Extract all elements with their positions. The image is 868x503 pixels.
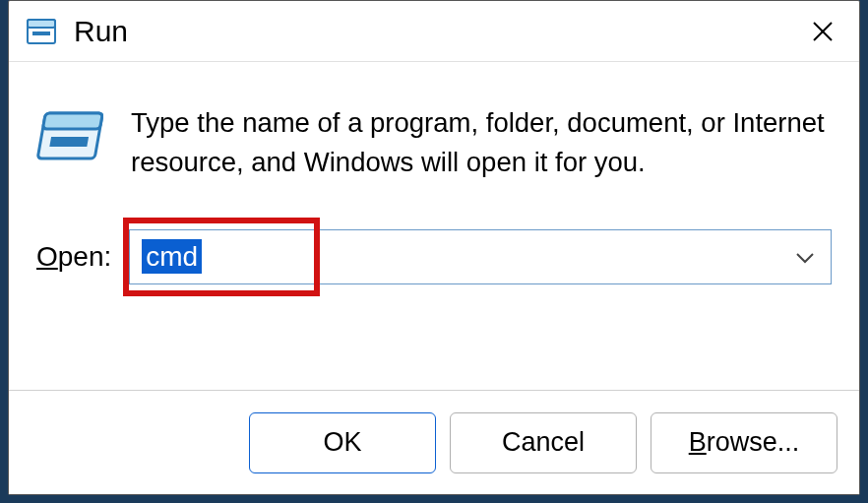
run-icon-large bbox=[36, 109, 103, 164]
run-icon-small bbox=[27, 19, 56, 44]
open-input-value: cmd bbox=[142, 239, 202, 274]
run-dialog: Run Type the name of a program, folder, … bbox=[8, 0, 860, 495]
instruction-text: Type the name of a program, folder, docu… bbox=[131, 103, 832, 182]
cancel-button[interactable]: Cancel bbox=[450, 412, 637, 473]
svg-rect-1 bbox=[28, 20, 55, 28]
close-button[interactable] bbox=[794, 1, 851, 62]
title-bar: Run bbox=[9, 1, 859, 62]
browse-button[interactable]: Browse... bbox=[651, 412, 837, 473]
svg-rect-6 bbox=[42, 113, 102, 129]
dialog-body: Type the name of a program, folder, docu… bbox=[9, 62, 859, 284]
open-row: Open: cmd bbox=[36, 229, 832, 284]
button-bar: OK Cancel Browse... bbox=[9, 390, 859, 494]
title-text: Run bbox=[74, 15, 794, 48]
ok-button[interactable]: OK bbox=[249, 412, 436, 473]
svg-rect-2 bbox=[32, 31, 50, 35]
close-icon bbox=[812, 21, 834, 42]
instruction-row: Type the name of a program, folder, docu… bbox=[36, 103, 832, 182]
svg-rect-7 bbox=[49, 137, 89, 147]
open-combobox[interactable]: cmd bbox=[129, 229, 832, 284]
chevron-down-icon bbox=[795, 244, 815, 270]
open-label: Open: bbox=[36, 241, 111, 273]
